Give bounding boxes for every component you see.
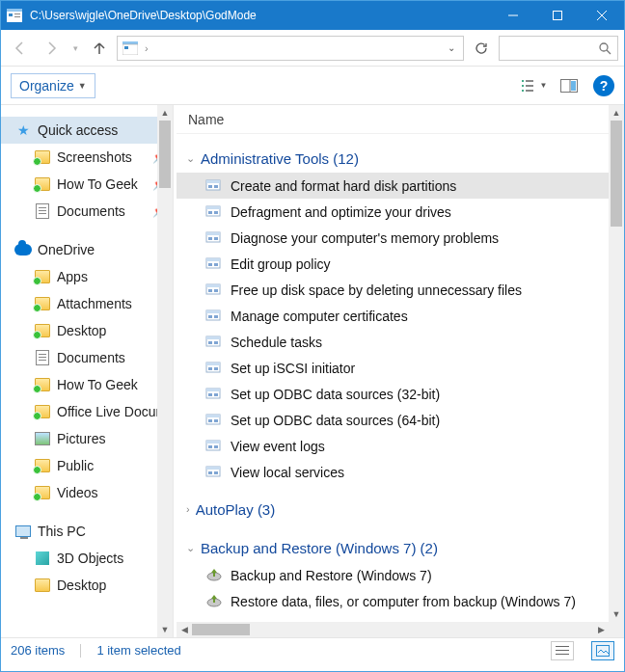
nav-item[interactable]: Office Live Documents <box>1 398 173 425</box>
organize-button[interactable]: Organize ▼ <box>11 73 95 98</box>
scroll-down-icon[interactable]: ▼ <box>157 622 173 637</box>
back-button[interactable] <box>7 35 34 62</box>
svg-rect-41 <box>206 284 220 287</box>
svg-rect-26 <box>208 185 212 188</box>
list-item[interactable]: Schedule tasks <box>177 329 624 355</box>
column-header-name[interactable]: Name <box>177 105 624 134</box>
nav-this-pc[interactable]: This PC <box>1 518 173 545</box>
details-view-button[interactable] <box>551 641 574 660</box>
list-item[interactable]: Restore data, files, or computer from ba… <box>177 588 624 614</box>
nav-item[interactable]: Documents📌 <box>1 198 173 225</box>
chevron-down-icon: ▼ <box>540 81 548 90</box>
preview-pane-button[interactable] <box>555 73 584 98</box>
nav-item[interactable]: Public <box>1 452 173 479</box>
up-button[interactable] <box>86 35 113 62</box>
svg-rect-59 <box>214 393 218 396</box>
list-item[interactable]: View local services <box>177 459 624 485</box>
list-item[interactable]: View event logs <box>177 433 624 459</box>
folder-icon <box>34 175 51 193</box>
list-item[interactable]: Set up iSCSI initiator <box>177 355 624 381</box>
list-item[interactable]: Create and format hard disk partitions <box>177 173 624 199</box>
chevron-icon: › <box>186 503 190 515</box>
list-item[interactable]: Free up disk space by deleting unnecessa… <box>177 277 624 303</box>
breadcrumb-separator[interactable]: › <box>143 42 150 54</box>
maximize-button[interactable] <box>535 1 580 30</box>
item-label: Schedule tasks <box>231 335 322 350</box>
list-item[interactable]: Edit group policy <box>177 251 624 277</box>
item-label: Set up ODBC data sources (64-bit) <box>231 413 440 428</box>
thumbnails-view-button[interactable] <box>591 641 614 660</box>
scroll-thumb[interactable] <box>192 624 250 635</box>
svg-rect-43 <box>214 289 218 292</box>
nav-item[interactable]: Pictures <box>1 425 173 452</box>
folder-icon <box>34 322 51 339</box>
nav-label: Public <box>57 458 94 473</box>
svg-rect-31 <box>214 211 218 214</box>
scroll-up-icon[interactable]: ▲ <box>157 105 173 121</box>
svg-rect-3 <box>9 13 13 16</box>
nav-scrollbar[interactable]: ▲ ▼ <box>157 105 173 637</box>
group-title: Backup and Restore (Windows 7) (2) <box>201 540 438 556</box>
svg-rect-70 <box>208 471 212 474</box>
nav-item[interactable]: How To Geek📌 <box>1 171 173 198</box>
scroll-down-icon[interactable]: ▼ <box>609 606 624 622</box>
scroll-right-icon[interactable]: ▶ <box>593 622 609 637</box>
cube-icon <box>34 550 51 567</box>
list-item[interactable]: Manage computer certificates <box>177 303 624 329</box>
svg-rect-77 <box>597 645 610 656</box>
minimize-button[interactable] <box>491 1 535 30</box>
nav-label: Videos <box>57 485 98 500</box>
content-hscrollbar[interactable]: ◀ ▶ <box>177 622 609 637</box>
scroll-thumb[interactable] <box>159 121 171 188</box>
list-item[interactable]: Set up ODBC data sources (64-bit) <box>177 407 624 433</box>
nav-item[interactable]: Apps <box>1 263 173 290</box>
nav-item[interactable]: How To Geek <box>1 371 173 398</box>
nav-item[interactable]: Desktop <box>1 572 173 599</box>
group-header[interactable]: ›AutoPlay (3) <box>177 495 624 524</box>
item-label: Set up ODBC data sources (32-bit) <box>231 387 440 402</box>
svg-rect-25 <box>206 180 220 183</box>
status-item-count: 206 items <box>11 643 65 658</box>
nav-item[interactable]: Attachments <box>1 290 173 317</box>
group-header[interactable]: ⌄Administrative Tools (12) <box>177 144 624 173</box>
scroll-up-icon[interactable]: ▲ <box>609 105 624 121</box>
list-item[interactable]: Set up ODBC data sources (32-bit) <box>177 381 624 407</box>
list-item[interactable]: Diagnose your computer's memory problems <box>177 225 624 251</box>
nav-quick-access[interactable]: ★Quick access <box>1 117 173 144</box>
nav-item[interactable]: Screenshots📌 <box>1 144 173 171</box>
control-panel-icon <box>205 255 223 273</box>
help-button[interactable]: ? <box>593 75 614 96</box>
nav-onedrive[interactable]: OneDrive <box>1 236 173 263</box>
address-dropdown[interactable]: ⌄ <box>444 42 459 53</box>
scroll-left-icon[interactable]: ◀ <box>177 622 192 637</box>
svg-rect-61 <box>206 415 220 417</box>
nav-label: Attachments <box>57 296 132 311</box>
nav-item[interactable]: Documents <box>1 344 173 371</box>
pictures-icon <box>34 430 51 447</box>
nav-item[interactable]: 3D Objects <box>1 545 173 572</box>
recent-dropdown[interactable]: ▾ <box>68 35 82 62</box>
folder-icon <box>34 268 51 285</box>
cloud-icon <box>14 241 32 258</box>
scroll-thumb[interactable] <box>611 121 622 227</box>
item-label: Defragment and optimize your drives <box>231 204 451 220</box>
search-input[interactable] <box>499 36 618 61</box>
view-options-button[interactable]: ▼ <box>520 73 549 98</box>
forward-button[interactable] <box>38 35 65 62</box>
svg-rect-12 <box>124 46 128 49</box>
svg-rect-71 <box>214 471 218 474</box>
refresh-button[interactable] <box>468 36 495 61</box>
address-bar[interactable]: › ⌄ <box>117 36 464 61</box>
nav-item[interactable]: Desktop <box>1 317 173 344</box>
nav-item[interactable]: Videos <box>1 479 173 506</box>
content-pane: Name ⌄Administrative Tools (12)Create an… <box>177 105 624 637</box>
location-icon <box>122 40 139 57</box>
svg-rect-16 <box>526 80 533 82</box>
list-item[interactable]: Backup and Restore (Windows 7) <box>177 562 624 588</box>
status-bar: 206 items 1 item selected <box>1 637 624 662</box>
content-vscrollbar[interactable]: ▲ ▼ <box>609 105 624 637</box>
control-panel-icon <box>205 438 223 455</box>
list-item[interactable]: Defragment and optimize your drives <box>177 199 624 225</box>
close-button[interactable] <box>580 1 624 30</box>
group-header[interactable]: ⌄Backup and Restore (Windows 7) (2) <box>177 533 624 562</box>
